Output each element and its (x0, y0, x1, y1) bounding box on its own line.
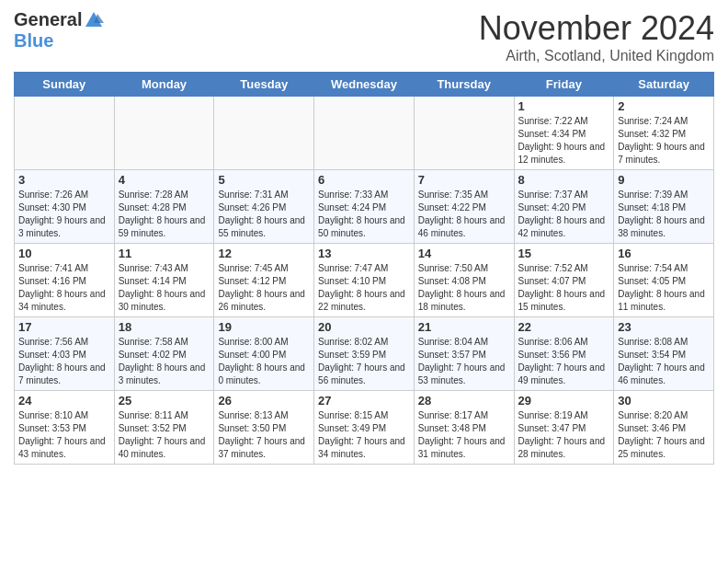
day-info: Sunrise: 8:19 AM Sunset: 3:47 PM Dayligh… (518, 409, 610, 461)
day-number: 10 (18, 247, 110, 260)
day-number: 26 (218, 394, 310, 408)
day-number: 29 (518, 394, 610, 408)
day-cell: 20Sunrise: 8:02 AM Sunset: 3:59 PM Dayli… (314, 317, 415, 391)
day-info: Sunrise: 7:26 AM Sunset: 4:30 PM Dayligh… (18, 189, 110, 240)
week-row-4: 24Sunrise: 8:10 AM Sunset: 3:53 PM Dayli… (15, 391, 714, 465)
day-info: Sunrise: 8:02 AM Sunset: 3:59 PM Dayligh… (318, 336, 410, 387)
day-info: Sunrise: 7:39 AM Sunset: 4:18 PM Dayligh… (618, 189, 710, 240)
week-row-1: 3Sunrise: 7:26 AM Sunset: 4:30 PM Daylig… (15, 170, 714, 244)
day-cell: 22Sunrise: 8:06 AM Sunset: 3:56 PM Dayli… (514, 317, 614, 391)
day-info: Sunrise: 8:00 AM Sunset: 4:00 PM Dayligh… (218, 336, 310, 387)
day-cell: 1Sunrise: 7:22 AM Sunset: 4:34 PM Daylig… (514, 97, 614, 170)
day-cell: 17Sunrise: 7:56 AM Sunset: 4:03 PM Dayli… (15, 317, 115, 391)
day-cell: 7Sunrise: 7:35 AM Sunset: 4:22 PM Daylig… (414, 170, 514, 244)
day-cell: 26Sunrise: 8:13 AM Sunset: 3:50 PM Dayli… (214, 391, 314, 465)
day-cell: 30Sunrise: 8:20 AM Sunset: 3:46 PM Dayli… (614, 391, 714, 465)
week-row-3: 17Sunrise: 7:56 AM Sunset: 4:03 PM Dayli… (15, 317, 714, 391)
day-info: Sunrise: 7:28 AM Sunset: 4:28 PM Dayligh… (119, 189, 210, 240)
day-number: 23 (618, 320, 710, 334)
day-number: 25 (119, 394, 210, 408)
logo-general-text: General (14, 9, 82, 30)
day-info: Sunrise: 7:45 AM Sunset: 4:12 PM Dayligh… (218, 262, 310, 314)
day-info: Sunrise: 7:50 AM Sunset: 4:08 PM Dayligh… (418, 262, 510, 314)
day-cell: 19Sunrise: 8:00 AM Sunset: 4:00 PM Dayli… (214, 317, 314, 391)
day-number: 28 (418, 394, 510, 408)
day-cell: 18Sunrise: 7:58 AM Sunset: 4:02 PM Dayli… (114, 317, 214, 391)
day-cell: 14Sunrise: 7:50 AM Sunset: 4:08 PM Dayli… (414, 244, 514, 317)
title-block: November 2024 Airth, Scotland, United Ki… (479, 9, 714, 64)
day-cell: 3Sunrise: 7:26 AM Sunset: 4:30 PM Daylig… (15, 170, 115, 244)
day-number: 18 (119, 320, 210, 334)
header-row: SundayMondayTuesdayWednesdayThursdayFrid… (15, 73, 714, 97)
day-cell (314, 97, 415, 170)
day-info: Sunrise: 7:54 AM Sunset: 4:05 PM Dayligh… (618, 262, 710, 314)
day-info: Sunrise: 8:10 AM Sunset: 3:53 PM Dayligh… (18, 409, 110, 461)
day-number: 4 (119, 173, 210, 187)
day-info: Sunrise: 8:06 AM Sunset: 3:56 PM Dayligh… (518, 336, 610, 387)
day-number: 30 (618, 394, 710, 408)
day-number: 7 (418, 173, 510, 187)
day-cell: 13Sunrise: 7:47 AM Sunset: 4:10 PM Dayli… (314, 244, 415, 317)
day-number: 19 (218, 320, 310, 334)
day-cell: 27Sunrise: 8:15 AM Sunset: 3:49 PM Dayli… (314, 391, 415, 465)
day-number: 15 (518, 247, 610, 260)
day-info: Sunrise: 7:24 AM Sunset: 4:32 PM Dayligh… (618, 115, 710, 167)
day-info: Sunrise: 7:43 AM Sunset: 4:14 PM Dayligh… (119, 262, 210, 314)
logo: General Blue (14, 9, 104, 52)
day-number: 2 (618, 99, 710, 113)
day-number: 5 (218, 173, 310, 187)
header-cell-tuesday: Tuesday (214, 73, 314, 97)
day-cell: 8Sunrise: 7:37 AM Sunset: 4:20 PM Daylig… (514, 170, 614, 244)
day-number: 6 (318, 173, 410, 187)
day-cell: 15Sunrise: 7:52 AM Sunset: 4:07 PM Dayli… (514, 244, 614, 317)
day-cell: 12Sunrise: 7:45 AM Sunset: 4:12 PM Dayli… (214, 244, 314, 317)
day-info: Sunrise: 7:22 AM Sunset: 4:34 PM Dayligh… (518, 115, 610, 167)
day-info: Sunrise: 7:41 AM Sunset: 4:16 PM Dayligh… (18, 262, 110, 314)
day-cell: 29Sunrise: 8:19 AM Sunset: 3:47 PM Dayli… (514, 391, 614, 465)
day-number: 24 (18, 394, 110, 408)
day-cell: 10Sunrise: 7:41 AM Sunset: 4:16 PM Dayli… (15, 244, 115, 317)
header-cell-saturday: Saturday (614, 73, 714, 97)
day-info: Sunrise: 8:20 AM Sunset: 3:46 PM Dayligh… (618, 409, 710, 461)
day-number: 17 (18, 320, 110, 334)
day-cell: 4Sunrise: 7:28 AM Sunset: 4:28 PM Daylig… (114, 170, 214, 244)
day-cell: 24Sunrise: 8:10 AM Sunset: 3:53 PM Dayli… (15, 391, 115, 465)
location: Airth, Scotland, United Kingdom (479, 48, 714, 64)
logo-icon (84, 10, 104, 30)
day-cell: 16Sunrise: 7:54 AM Sunset: 4:05 PM Dayli… (614, 244, 714, 317)
day-info: Sunrise: 8:04 AM Sunset: 3:57 PM Dayligh… (418, 336, 510, 387)
day-number: 1 (518, 99, 610, 113)
day-number: 9 (618, 173, 710, 187)
day-number: 13 (318, 247, 410, 260)
day-cell: 9Sunrise: 7:39 AM Sunset: 4:18 PM Daylig… (614, 170, 714, 244)
day-info: Sunrise: 7:47 AM Sunset: 4:10 PM Dayligh… (318, 262, 410, 314)
week-row-0: 1Sunrise: 7:22 AM Sunset: 4:34 PM Daylig… (15, 97, 714, 170)
day-number: 21 (418, 320, 510, 334)
header: General Blue November 2024 Airth, Scotla… (14, 9, 714, 64)
day-info: Sunrise: 7:31 AM Sunset: 4:26 PM Dayligh… (218, 189, 310, 240)
day-info: Sunrise: 7:33 AM Sunset: 4:24 PM Dayligh… (318, 189, 410, 240)
header-cell-monday: Monday (114, 73, 214, 97)
header-cell-wednesday: Wednesday (314, 73, 415, 97)
day-info: Sunrise: 7:52 AM Sunset: 4:07 PM Dayligh… (518, 262, 610, 314)
day-number: 16 (618, 247, 710, 260)
day-info: Sunrise: 8:08 AM Sunset: 3:54 PM Dayligh… (618, 336, 710, 387)
day-number: 11 (119, 247, 210, 260)
day-info: Sunrise: 7:56 AM Sunset: 4:03 PM Dayligh… (18, 336, 110, 387)
header-cell-friday: Friday (514, 73, 614, 97)
day-info: Sunrise: 7:35 AM Sunset: 4:22 PM Dayligh… (418, 189, 510, 240)
day-number: 12 (218, 247, 310, 260)
page: General Blue November 2024 Airth, Scotla… (0, 0, 728, 474)
day-cell (414, 97, 514, 170)
day-info: Sunrise: 7:58 AM Sunset: 4:02 PM Dayligh… (119, 336, 210, 387)
day-cell (114, 97, 214, 170)
day-info: Sunrise: 8:15 AM Sunset: 3:49 PM Dayligh… (318, 409, 410, 461)
month-title: November 2024 (479, 9, 714, 48)
day-number: 14 (418, 247, 510, 260)
day-cell (15, 97, 115, 170)
day-info: Sunrise: 8:13 AM Sunset: 3:50 PM Dayligh… (218, 409, 310, 461)
day-info: Sunrise: 8:17 AM Sunset: 3:48 PM Dayligh… (418, 409, 510, 461)
day-cell: 6Sunrise: 7:33 AM Sunset: 4:24 PM Daylig… (314, 170, 415, 244)
week-row-2: 10Sunrise: 7:41 AM Sunset: 4:16 PM Dayli… (15, 244, 714, 317)
day-info: Sunrise: 7:37 AM Sunset: 4:20 PM Dayligh… (518, 189, 610, 240)
